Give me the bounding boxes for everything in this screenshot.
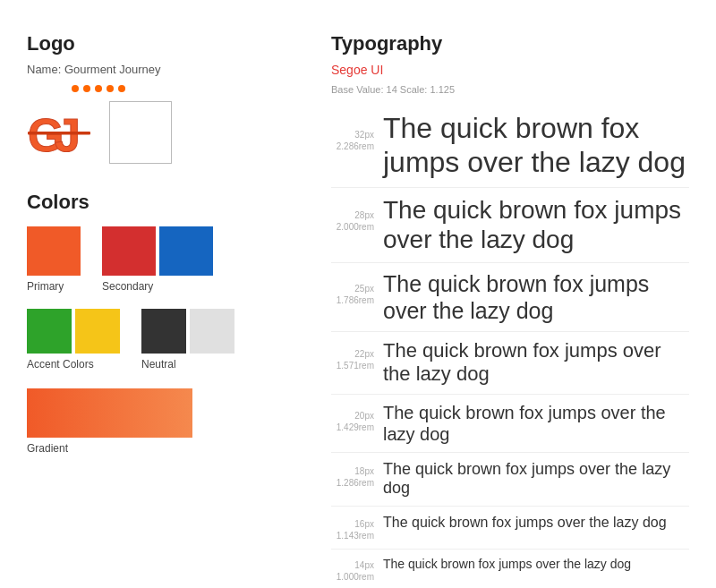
type-size-info-4: 20px1.429rem	[331, 410, 374, 433]
type-scale: 32px2.286remThe quick brown fox jumps ov…	[331, 111, 689, 588]
gradient-label: Gradient	[27, 442, 277, 455]
type-rem-7: 1.000rem	[331, 571, 374, 583]
left-panel: Logo Name: Gourment Journey G J Colors	[0, 0, 304, 588]
neutral-pair	[141, 309, 234, 354]
type-row-2: 25px1.786remThe quick brown fox jumps ov…	[331, 270, 689, 324]
gradient-section: Gradient	[27, 388, 277, 455]
dot-2	[83, 85, 90, 92]
type-row-5: 18px1.286remThe quick brown fox jumps ov…	[331, 460, 689, 499]
type-size-info-5: 18px1.286rem	[331, 465, 374, 489]
primary-label: Primary	[27, 280, 81, 293]
accent-green-swatch	[27, 309, 72, 354]
logo-row: G J	[27, 101, 277, 164]
type-px-4: 20px	[331, 410, 374, 422]
accent-group: Accent Colors	[27, 309, 120, 371]
type-sample-7: The quick brown fox jumps over the lazy …	[383, 557, 631, 572]
primary-group: Primary	[27, 226, 81, 293]
primary-color-swatch	[27, 226, 81, 276]
type-sample-3: The quick brown fox jumps over the lazy …	[383, 339, 689, 387]
type-rem-3: 1.571rem	[331, 360, 374, 371]
type-row-7: 14px1.000remThe quick brown fox jumps ov…	[331, 557, 689, 583]
type-divider-1	[331, 262, 689, 263]
neutral-group: Neutral	[141, 309, 234, 371]
logo-section-title: Logo	[27, 32, 277, 55]
accent-pair	[27, 309, 120, 354]
type-row-0: 32px2.286remThe quick brown fox jumps ov…	[331, 111, 689, 180]
type-px-0: 32px	[331, 129, 374, 141]
type-sample-6: The quick brown fox jumps over the lazy …	[383, 514, 667, 531]
logo-placeholder-box	[109, 101, 172, 164]
type-px-7: 14px	[331, 559, 374, 571]
type-sample-1: The quick brown fox jumps over the lazy …	[383, 195, 689, 255]
type-size-info-1: 28px2.000rem	[331, 209, 374, 233]
type-rem-6: 1.143rem	[331, 530, 374, 541]
type-meta: Base Value: 14 Scale: 1.125	[331, 84, 689, 95]
dot-4	[107, 85, 114, 92]
type-rem-1: 2.000rem	[331, 221, 374, 233]
type-sample-2: The quick brown fox jumps over the lazy …	[383, 270, 689, 324]
secondary-label: Secondary	[102, 280, 213, 293]
type-rem-2: 1.786rem	[331, 294, 374, 306]
type-size-info-0: 32px2.286rem	[331, 129, 374, 152]
type-px-1: 28px	[331, 209, 374, 221]
svg-rect-2	[28, 132, 90, 135]
type-row-6: 16px1.143remThe quick brown fox jumps ov…	[331, 514, 689, 541]
type-sample-4: The quick brown fox jumps over the lazy …	[383, 402, 689, 445]
type-divider-4	[331, 452, 689, 453]
type-size-info-6: 16px1.143rem	[331, 518, 374, 541]
type-size-info-2: 25px1.786rem	[331, 283, 374, 306]
secondary-red-swatch	[102, 226, 156, 276]
type-rem-0: 2.286rem	[331, 141, 374, 152]
dot-3	[95, 85, 102, 92]
type-rem-4: 1.429rem	[331, 422, 374, 433]
type-size-info-3: 22px1.571rem	[331, 348, 374, 371]
accent-yellow-swatch	[75, 309, 120, 354]
neutral-dark-swatch	[141, 309, 186, 354]
type-divider-2	[331, 331, 689, 332]
gradient-swatch	[27, 388, 192, 438]
type-rem-5: 1.286rem	[331, 477, 374, 489]
dot-5	[118, 85, 125, 92]
type-divider-0	[331, 187, 689, 188]
gj-logo-svg: G J	[28, 108, 90, 158]
logo-name-label: Name: Gourment Journey	[27, 63, 277, 76]
secondary-pair	[102, 226, 213, 276]
type-sample-0: The quick brown fox jumps over the lazy …	[383, 111, 689, 180]
right-panel: Typography Segoe UI Base Value: 14 Scale…	[304, 0, 716, 588]
type-px-5: 18px	[331, 465, 374, 477]
type-px-6: 16px	[331, 518, 374, 530]
type-divider-6	[331, 549, 689, 550]
neutral-label: Neutral	[141, 358, 234, 371]
type-row-3: 22px1.571remThe quick brown fox jumps ov…	[331, 339, 689, 387]
colors-section: Colors Primary Secondary	[27, 191, 277, 455]
font-name: Segoe UI	[331, 63, 689, 77]
typography-title: Typography	[331, 32, 689, 55]
type-size-info-7: 14px1.000rem	[331, 559, 374, 583]
accent-label: Accent Colors	[27, 358, 120, 371]
secondary-blue-swatch	[159, 226, 213, 276]
type-px-2: 25px	[331, 283, 374, 294]
colors-section-title: Colors	[27, 191, 277, 214]
dot-1	[72, 85, 79, 92]
type-px-3: 22px	[331, 348, 374, 360]
type-divider-5	[331, 506, 689, 507]
type-divider-3	[331, 394, 689, 395]
type-sample-5: The quick brown fox jumps over the lazy …	[383, 460, 689, 499]
logo-gj: G J	[27, 106, 91, 159]
type-row-1: 28px2.000remThe quick brown fox jumps ov…	[331, 195, 689, 255]
type-row-4: 20px1.429remThe quick brown fox jumps ov…	[331, 402, 689, 445]
secondary-group: Secondary	[102, 226, 213, 293]
logo-dots	[72, 85, 277, 92]
neutral-light-swatch	[190, 309, 234, 354]
